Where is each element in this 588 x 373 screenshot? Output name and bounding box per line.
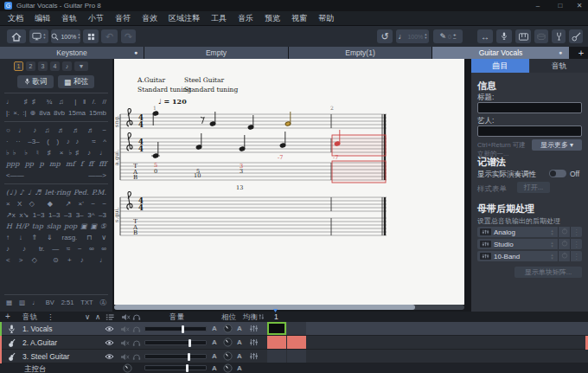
score-page[interactable]: A.Guitar Standard tuning Steel Guitar St… (114, 59, 464, 305)
master-effect-studio[interactable]: Studio ▴▾ ⋮ (477, 239, 582, 249)
scrollbar-thumb[interactable] (114, 305, 415, 310)
menu-effects[interactable]: 音效 (142, 13, 157, 24)
edit-value-button[interactable]: ✎ 0 +– (433, 29, 463, 43)
master-volume-automation[interactable]: A (212, 364, 217, 372)
transpose-toggle[interactable] (549, 170, 566, 177)
palette-row-harmonics[interactable]: × X ◇ ◆ ↗ ×' ~ ~ (6, 200, 106, 208)
menu-window[interactable]: 视窗 (291, 13, 307, 24)
layout-button[interactable] (83, 29, 99, 43)
eq-sliders-icon[interactable] (249, 352, 259, 360)
palette-row-dynamics[interactable]: ppp pp p mp mf f ff fff (6, 160, 106, 168)
mute-icon[interactable] (120, 325, 130, 333)
palette-row-ornaments[interactable]: ♪ ♪ tr. — ≈ ~ ∞ ∞ (6, 245, 106, 253)
track-row-vocals[interactable]: 1. Vocals A A (0, 322, 588, 336)
timer-button[interactable]: 2:51 (61, 299, 74, 307)
pedalboard-matrix-button[interactable]: 显示单块矩阵... (514, 267, 582, 278)
tab-empty1[interactable]: Empty(1) (289, 47, 431, 59)
title-input[interactable] (477, 102, 582, 113)
palette-row-accidentals[interactable]: ♭♭ ♭ ♮ ♯ × ♭♯ ♪ ♩ (6, 149, 106, 157)
solo-headphones-icon[interactable] (132, 325, 141, 333)
visibility-eye-icon[interactable] (105, 353, 114, 360)
menu-bar-menu[interactable]: 小节 (88, 13, 104, 24)
home-button[interactable] (7, 29, 26, 43)
show-more-button[interactable]: 显示更多 ▾ (532, 139, 582, 151)
effect-selector-stepper[interactable]: ▴▾ (546, 241, 558, 248)
bar-cell[interactable] (267, 350, 286, 363)
master-effect-10band[interactable]: 10-Band ▴▾ ⋮ (477, 251, 582, 261)
power-icon[interactable] (559, 252, 570, 260)
slider-thumb[interactable] (182, 325, 184, 333)
slider-thumb[interactable] (189, 339, 191, 347)
palette-row-dots-ties[interactable]: · ·· –3– ( ) ♪♪ ≈ ^ (6, 138, 106, 145)
tempo-button[interactable]: ♩ 100% ▴▾ (396, 29, 429, 43)
tab-empty[interactable]: Empty (144, 47, 288, 59)
bar-cell[interactable] (287, 322, 306, 335)
master-effect-analog[interactable]: Analog ▴▾ ⋮ (477, 227, 582, 237)
menu-note[interactable]: 音符 (115, 13, 131, 24)
chords-button[interactable]: ▦ 和弦 (58, 75, 94, 88)
artist-input[interactable] (477, 125, 582, 137)
add-tab-button[interactable]: + (574, 47, 588, 59)
track-row-aguitar[interactable]: 2. A.Guitar A A (0, 336, 588, 350)
voice-3-button[interactable]: 3 (38, 61, 48, 71)
pan-knob[interactable] (223, 338, 233, 347)
open-stylesheet-button[interactable]: 打开... (517, 182, 550, 193)
display-mode-button[interactable]: ▴▾ (29, 29, 48, 43)
redo-button[interactable]: ↷ (121, 29, 136, 43)
palette-row-barlines[interactable]: |: ×. :| ⊕ 8va 8vb 15ma 15mb (6, 109, 106, 117)
kebab-menu-icon[interactable]: ⋮ (571, 228, 582, 236)
bar-cell[interactable] (287, 350, 306, 363)
bar-cell-filled[interactable] (267, 336, 286, 349)
maximize-button[interactable]: □ (552, 0, 569, 11)
master-pan-knob[interactable] (223, 363, 233, 373)
slider-thumb[interactable] (186, 364, 189, 372)
master-pan-automation[interactable]: A (237, 364, 242, 372)
menu-file[interactable]: 文档 (8, 13, 23, 24)
tab-fret[interactable]: 3 (240, 168, 243, 175)
chord-diagram-icon[interactable]: ▦ (6, 299, 12, 307)
expand-icon[interactable]: ∧ (95, 312, 100, 321)
effect-selector-stepper[interactable]: ▴▾ (546, 228, 558, 235)
eq-sliders-icon[interactable] (249, 338, 259, 346)
menu-tools[interactable]: 工具 (211, 13, 227, 24)
menu-markers[interactable]: 区域注释 (169, 13, 200, 24)
pan-automation-button[interactable]: A (237, 325, 242, 332)
visibility-eye-icon[interactable] (105, 339, 114, 346)
tuner-button[interactable] (552, 29, 566, 43)
vocal-input-button[interactable] (496, 29, 512, 43)
minimize-button[interactable]: – (529, 0, 546, 11)
filter-dropdown-button[interactable]: ▼ (74, 61, 88, 71)
loop-button[interactable]: ↺ (377, 29, 393, 43)
slash-notation-icon[interactable]: ♩ (32, 299, 39, 307)
mute-icon[interactable] (120, 339, 130, 347)
stretch-button[interactable]: ↔ (477, 29, 493, 43)
solo-headphones-icon[interactable] (132, 313, 141, 321)
slider-thumb[interactable] (188, 353, 190, 361)
menu-music[interactable]: 音乐 (238, 13, 253, 24)
multivoice-button[interactable]: ♪ (62, 61, 72, 71)
bar-cell-selected[interactable] (267, 322, 286, 335)
tab-guitar-vocals[interactable]: Guitar Vocals (432, 47, 569, 59)
kebab-menu-icon[interactable]: ⋮ (571, 241, 582, 248)
close-button[interactable]: ✕ (571, 0, 588, 11)
palette-row-strokes[interactable]: ↑ ↓ ⇑ ⇓ rasg. ⊓ ∨ (6, 234, 106, 241)
tab-fret[interactable]: 10 (194, 172, 201, 179)
voice-4-button[interactable]: 4 (50, 61, 60, 71)
voice-2-button[interactable]: 2 (26, 61, 35, 71)
power-icon[interactable] (559, 240, 570, 248)
visibility-eye-icon[interactable] (105, 325, 114, 332)
master-volume-slider[interactable] (144, 365, 207, 370)
palette-row-tapping[interactable]: H H/P tap slap pop ▣ ▣ ⑤ (6, 222, 106, 230)
add-track-button[interactable]: + (5, 312, 10, 321)
volume-automation-button[interactable]: A (212, 325, 217, 332)
voice-1-button[interactable]: 1 (14, 61, 23, 71)
track-row-steel-guitar[interactable]: 3. Steel Guitar A A (0, 350, 588, 363)
palette-row-durations[interactable]: ○ ♩ ♪ ♫ ♬ ♬ ♬ ~ (6, 126, 106, 134)
pan-knob[interactable] (223, 324, 233, 333)
bv-marker-button[interactable]: BV (46, 299, 54, 307)
solo-headphones-icon[interactable] (132, 353, 141, 361)
tab-song[interactable]: 曲目 (471, 59, 529, 73)
volume-slider[interactable] (144, 354, 207, 359)
kebab-menu-icon[interactable]: ⋮ (47, 312, 54, 321)
bar-cell-filled[interactable] (287, 336, 306, 349)
